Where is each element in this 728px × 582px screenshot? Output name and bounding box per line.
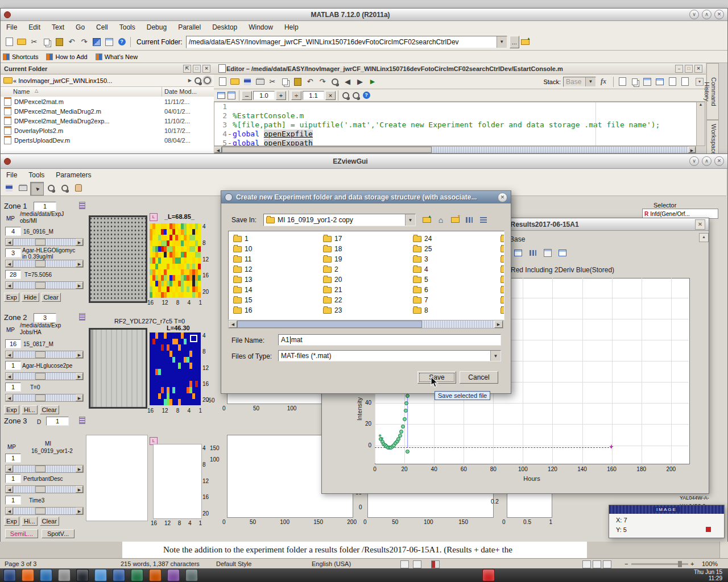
zoom-slider-thumb[interactable] — [678, 561, 682, 567]
home-icon[interactable] — [435, 214, 447, 226]
zoom-in-icon[interactable] — [45, 182, 57, 194]
code-line[interactable]: 2%EstartConsole.m — [214, 111, 696, 120]
breakpoint-dash[interactable]: - — [227, 130, 233, 139]
image-viewer-icon[interactable] — [167, 569, 180, 581]
menu-item[interactable]: File — [1, 169, 23, 181]
menu-item[interactable]: Text — [46, 22, 70, 33]
folder-item[interactable] — [500, 305, 504, 315]
guide-icon[interactable] — [103, 36, 115, 48]
folder-item[interactable] — [500, 275, 504, 285]
folder-item[interactable]: 2 — [323, 264, 342, 275]
paste-icon[interactable] — [291, 76, 304, 88]
image-window-titlebar[interactable]: IMAGE — [609, 505, 724, 514]
zone1-button[interactable]: Exp — [4, 293, 19, 302]
multi-page-view-icon[interactable] — [593, 560, 601, 568]
folder-item[interactable]: 18 — [323, 244, 342, 254]
files-of-type-combo[interactable]: MAT-files (*.mat) ▼ — [278, 350, 501, 361]
maximize-icon[interactable]: ∧ — [702, 10, 712, 19]
dock-icon[interactable]: ⇱ — [183, 65, 191, 73]
print-icon[interactable] — [16, 182, 29, 194]
zone2-row1-field[interactable]: 16 — [5, 339, 21, 348]
close-icon[interactable]: ✕ — [714, 10, 724, 19]
zone1-button[interactable]: Clear — [42, 293, 61, 302]
folder-item[interactable]: 5 — [413, 275, 432, 285]
current-folder-combo[interactable]: /media/data/EASY/InovImager_jwrCF_WINLin… — [186, 36, 507, 48]
tab-workspace[interactable]: Workspace — [706, 120, 719, 154]
arrow-right-icon[interactable]: ▶ — [76, 373, 83, 380]
maximize-icon[interactable]: □ — [685, 65, 693, 73]
arrow-left-icon[interactable]: ◀ — [229, 321, 237, 328]
save-in-combo[interactable]: MI 16_0919_yor1-2 copy ▼ — [263, 214, 416, 226]
shortcut-item[interactable]: What's New — [105, 53, 138, 60]
undo-icon[interactable]: ↶ — [65, 36, 78, 48]
book-view-icon[interactable] — [603, 560, 611, 568]
grid-icon[interactable] — [527, 247, 539, 259]
cell-mode-icon[interactable] — [216, 90, 226, 101]
breakpoint-dash[interactable] — [227, 102, 233, 111]
arrow-right-icon[interactable]: ▶ — [76, 465, 83, 472]
panel-handle-icon[interactable] — [79, 417, 85, 424]
cut-icon[interactable]: ✂ — [28, 36, 40, 48]
folder-item[interactable] — [500, 254, 504, 264]
gear-icon[interactable] — [202, 76, 212, 85]
folder-item[interactable]: 3 — [413, 254, 432, 264]
document-page[interactable]: Note the addition to the experiment fold… — [122, 542, 587, 558]
menu-item[interactable]: Go — [70, 22, 90, 33]
folder-item[interactable]: 8 — [413, 305, 432, 315]
code-line[interactable]: 5-global openExppath — [214, 139, 696, 146]
breakpoint-dash[interactable] — [227, 120, 233, 130]
document-scrollbar[interactable] — [719, 542, 728, 558]
code-line[interactable]: 3%[file,path] = uiputfile('.mat','Create… — [214, 120, 696, 130]
file-row[interactable]: DMPexcel2mat.m 11/11/2... — [1, 97, 214, 106]
plot-zone3-left[interactable] — [86, 435, 148, 521]
new-icon[interactable] — [216, 76, 229, 88]
compare-icon[interactable] — [628, 76, 641, 88]
cell-value-field-2[interactable]: 1.1 — [303, 91, 324, 100]
editor-v-scrollbar[interactable]: ▲ — [696, 102, 705, 146]
file-manager-icon[interactable] — [58, 569, 71, 581]
zoom-in-button[interactable]: + — [690, 560, 694, 567]
chevron-down-icon[interactable]: ▼ — [405, 214, 415, 226]
folder-item[interactable]: 15 — [233, 295, 252, 305]
language-selector[interactable]: English (USA) — [312, 560, 351, 567]
zone3-slider-1[interactable]: ◀▶ — [5, 465, 84, 473]
paste-icon[interactable] — [53, 36, 65, 48]
fx-icon[interactable]: fx — [601, 77, 606, 86]
file-list-header[interactable]: Name △ Date Mod... — [1, 87, 214, 97]
zone1-row3-field[interactable]: 28 — [5, 270, 21, 279]
current-folder-panel-header[interactable]: Current Folder ⇱ □ ✕ — [1, 63, 214, 74]
column-header-name[interactable]: Name — [13, 88, 30, 95]
heatmap-2[interactable] — [150, 332, 201, 405]
zone3-button[interactable]: Clear — [40, 517, 59, 526]
settings-icon[interactable] — [185, 569, 198, 581]
arrow-right-icon[interactable]: ▶ — [494, 321, 503, 328]
folder-item[interactable]: 17 — [323, 234, 342, 244]
menu-item[interactable]: Tools — [23, 169, 50, 181]
arrow-left-icon[interactable]: ◀ — [6, 508, 13, 514]
details-view-icon[interactable] — [477, 214, 490, 226]
plate-photo-2[interactable] — [89, 328, 147, 409]
arrow-left-icon[interactable]: ◀ — [214, 147, 222, 153]
window-menu-icon[interactable] — [4, 158, 11, 165]
folder-item[interactable]: 7 — [413, 295, 432, 305]
open-icon[interactable] — [229, 76, 241, 88]
minimize-icon[interactable]: – — [675, 65, 683, 73]
folder-list-h-scrollbar[interactable]: ◀ ▶ — [228, 320, 503, 329]
close-icon[interactable]: ✕ — [714, 156, 724, 166]
folder-item[interactable]: 19 — [323, 254, 342, 264]
cancel-button[interactable]: Cancel — [460, 371, 498, 384]
arrow-up-icon[interactable]: ▲ — [697, 102, 705, 106]
panel-handle-icon[interactable] — [79, 313, 85, 321]
pane-layout-icon[interactable]: ▾ — [696, 78, 704, 86]
info-icon[interactable] — [361, 90, 371, 101]
chevron-down-icon[interactable]: ▼ — [497, 36, 507, 48]
folder-list[interactable]: 110111213141516 171819220212223 24253456… — [228, 231, 504, 320]
file-row[interactable]: DoverlayPlots2.m 10/17/2... — [1, 126, 214, 135]
single-page-view-icon[interactable] — [582, 560, 591, 568]
zone1-button[interactable]: Hide — [22, 293, 39, 302]
matlab-icon[interactable] — [149, 569, 162, 581]
zone3-row2-field[interactable]: 1 — [5, 474, 21, 483]
plot-zone3-right[interactable] — [153, 444, 202, 519]
arrow-left-icon[interactable]: ◀ — [6, 373, 13, 380]
legend-item-1[interactable]: YAL044W-A- — [680, 495, 709, 501]
